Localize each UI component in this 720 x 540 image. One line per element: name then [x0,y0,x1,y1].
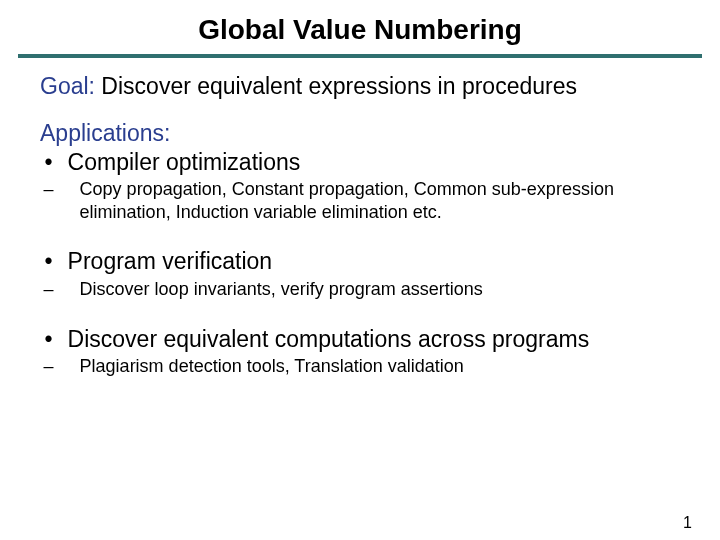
applications-label: Applications: [40,120,170,146]
bullet-item: Program verification [40,247,680,276]
slide-title: Global Value Numbering [0,0,720,54]
bullet-text: Compiler optimizations [68,149,301,175]
sub-bullet: Plagiarism detection tools, Translation … [80,355,680,378]
title-underline [18,54,702,58]
goal-line: Goal: Discover equivalent expressions in… [40,72,680,101]
spacer [40,225,680,247]
spacer [40,303,680,325]
sub-bullet: Discover loop invariants, verify program… [80,278,680,301]
goal-label: Goal: [40,73,95,99]
sub-bullet: Copy propagation, Constant propagation, … [80,178,680,223]
bullet-item: Compiler optimizations [40,148,680,177]
applications-section: Applications: Compiler optimizations Cop… [40,119,680,378]
bullet-text: Program verification [68,248,273,274]
goal-text: Discover equivalent expressions in proce… [95,73,577,99]
slide: Global Value Numbering Goal: Discover eq… [0,0,720,540]
slide-body: Goal: Discover equivalent expressions in… [0,72,720,378]
bullet-item: Discover equivalent computations across … [40,325,680,354]
bullet-text: Discover equivalent computations across … [68,326,590,352]
page-number: 1 [683,514,692,532]
